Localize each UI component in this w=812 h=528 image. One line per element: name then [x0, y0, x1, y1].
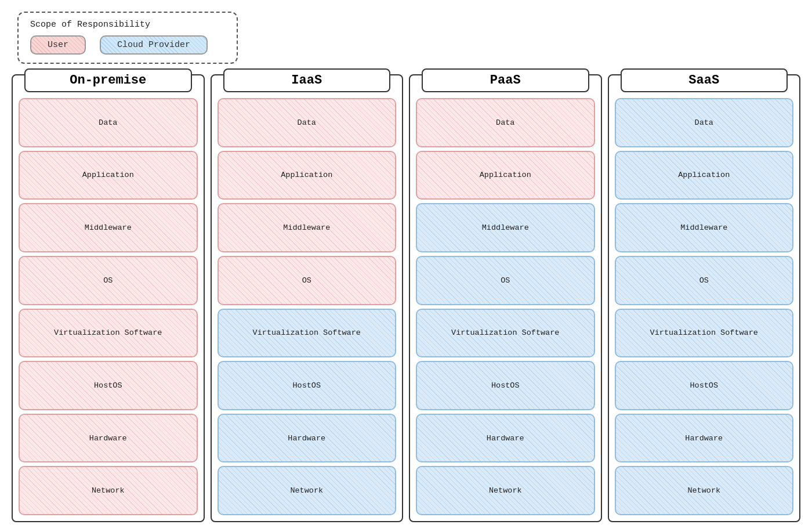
layer-3-4: Virtualization Software	[615, 309, 794, 358]
column-on-premise: On-premiseDataApplicationMiddlewareOSVir…	[12, 74, 205, 522]
layer-1-5: HostOS	[217, 361, 397, 410]
layer-2-7: Network	[416, 466, 595, 515]
layer-3-3: OS	[615, 256, 794, 305]
layer-0-4: Virtualization Software	[19, 309, 198, 358]
columns-container: On-premiseDataApplicationMiddlewareOSVir…	[12, 74, 800, 522]
legend-cloud: Cloud Provider	[100, 35, 208, 55]
layer-3-1: Application	[615, 151, 794, 200]
layer-0-2: Middleware	[19, 203, 198, 252]
layer-1-4: Virtualization Software	[217, 309, 397, 358]
layer-1-2: Middleware	[217, 203, 397, 252]
legend-items: User Cloud Provider	[30, 35, 225, 55]
page: Scope of Responsibility User Cloud Provi…	[0, 0, 812, 528]
layer-2-5: HostOS	[416, 361, 595, 410]
column-iaas: IaaSDataApplicationMiddlewareOSVirtualiz…	[211, 74, 404, 522]
layer-1-3: OS	[217, 256, 397, 305]
column-header-0: On-premise	[24, 68, 192, 92]
layer-1-7: Network	[217, 466, 397, 515]
layer-3-0: Data	[615, 98, 794, 147]
column-saas: SaaSDataApplicationMiddlewareOSVirtualiz…	[608, 74, 801, 522]
legend-box-container: Scope of Responsibility User Cloud Provi…	[17, 12, 238, 64]
legend-title: Scope of Responsibility	[30, 20, 225, 30]
layer-2-6: Hardware	[416, 414, 595, 463]
column-header-1: IaaS	[223, 68, 391, 92]
layer-0-1: Application	[19, 151, 198, 200]
layer-0-6: Hardware	[19, 414, 198, 463]
layer-0-3: OS	[19, 256, 198, 305]
layer-2-0: Data	[416, 98, 595, 147]
layer-3-5: HostOS	[615, 361, 794, 410]
layer-2-1: Application	[416, 151, 595, 200]
layer-2-4: Virtualization Software	[416, 309, 595, 358]
layer-2-3: OS	[416, 256, 595, 305]
layer-1-0: Data	[217, 98, 397, 147]
layer-3-7: Network	[615, 466, 794, 515]
layer-2-2: Middleware	[416, 203, 595, 252]
layer-0-5: HostOS	[19, 361, 198, 410]
legend-user: User	[30, 35, 86, 55]
layer-0-7: Network	[19, 466, 198, 515]
column-paas: PaaSDataApplicationMiddlewareOSVirtualiz…	[409, 74, 602, 522]
column-header-2: PaaS	[422, 68, 589, 92]
layer-1-6: Hardware	[217, 414, 397, 463]
layer-3-2: Middleware	[615, 203, 794, 252]
layer-1-1: Application	[217, 151, 397, 200]
layer-3-6: Hardware	[615, 414, 794, 463]
column-header-3: SaaS	[621, 68, 788, 92]
layer-0-0: Data	[19, 98, 198, 147]
